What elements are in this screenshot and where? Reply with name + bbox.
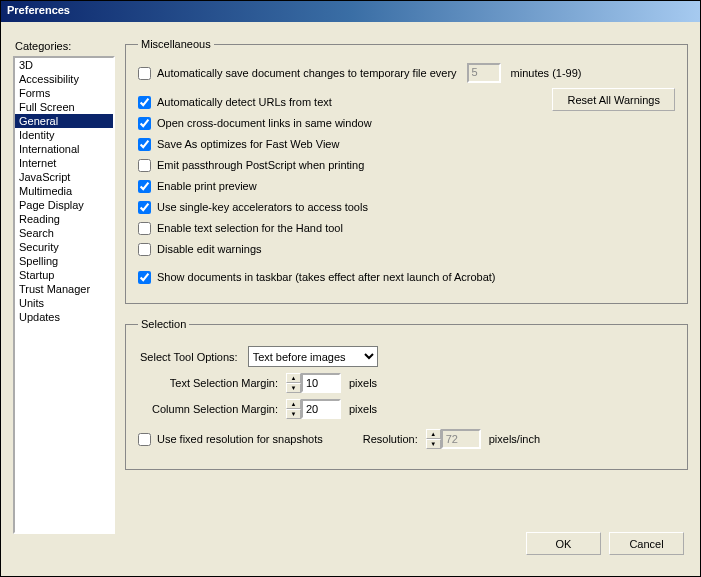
selection-group: Selection Select Tool Options: Text befo…: [125, 318, 688, 470]
autosave-label: Automatically save document changes to t…: [157, 67, 457, 79]
misc-option-row: Show documents in taskbar (takes effect …: [138, 268, 675, 286]
column-margin-spinner[interactable]: ▲ ▼: [286, 399, 341, 419]
miscellaneous-group: Miscellaneous Automatically save documen…: [125, 38, 688, 304]
misc-option-label: Enable text selection for the Hand tool: [157, 222, 343, 234]
spinner-down-icon[interactable]: ▼: [286, 409, 301, 419]
pixels-label: pixels: [349, 403, 377, 415]
misc-option-label: Disable edit warnings: [157, 243, 262, 255]
column-margin-label: Column Selection Margin:: [138, 403, 278, 415]
select-tool-dropdown[interactable]: Text before images: [248, 346, 378, 367]
category-item[interactable]: Startup: [15, 268, 113, 282]
autosave-checkbox[interactable]: [138, 67, 151, 80]
misc-option-row: Disable edit warnings: [138, 240, 675, 258]
resolution-spinner: ▲ ▼: [426, 429, 481, 449]
fixed-resolution-label: Use fixed resolution for snapshots: [157, 433, 323, 445]
misc-option-checkbox[interactable]: [138, 222, 151, 235]
misc-option-row: Save As optimizes for Fast Web View: [138, 135, 675, 153]
autosave-unit: minutes (1-99): [511, 67, 582, 79]
misc-option-checkbox[interactable]: [138, 96, 151, 109]
content: Categories: 3DAccessibilityFormsFull Scr…: [1, 22, 700, 532]
text-margin-spinner[interactable]: ▲ ▼: [286, 373, 341, 393]
category-item[interactable]: Full Screen: [15, 100, 113, 114]
text-margin-label: Text Selection Margin:: [138, 377, 278, 389]
category-item[interactable]: Reading: [15, 212, 113, 226]
text-margin-input[interactable]: [301, 373, 341, 393]
category-item[interactable]: Updates: [15, 310, 113, 324]
misc-option-label: Show documents in taskbar (takes effect …: [157, 271, 496, 283]
misc-option-checkbox[interactable]: [138, 180, 151, 193]
category-item[interactable]: Multimedia: [15, 184, 113, 198]
misc-option-label: Emit passthrough PostScript when printin…: [157, 159, 364, 171]
category-item[interactable]: General: [15, 114, 113, 128]
category-item[interactable]: Spelling: [15, 254, 113, 268]
miscellaneous-legend: Miscellaneous: [138, 38, 214, 50]
column-margin-input[interactable]: [301, 399, 341, 419]
category-item[interactable]: Units: [15, 296, 113, 310]
autosave-value: 5: [467, 63, 501, 83]
misc-option-row: Emit passthrough PostScript when printin…: [138, 156, 675, 174]
misc-option-row: Enable print preview: [138, 177, 675, 195]
spinner-up-icon[interactable]: ▲: [286, 373, 301, 383]
autosave-row: Automatically save document changes to t…: [138, 63, 675, 83]
misc-option-checkbox[interactable]: [138, 271, 151, 284]
category-item[interactable]: Search: [15, 226, 113, 240]
spinner-down-icon: ▼: [426, 439, 441, 449]
category-item[interactable]: 3D: [15, 58, 113, 72]
misc-option-label: Save As optimizes for Fast Web View: [157, 138, 339, 150]
dialog-footer: OK Cancel: [1, 532, 700, 569]
categories-label: Categories:: [15, 40, 115, 52]
misc-option-checkbox[interactable]: [138, 159, 151, 172]
cancel-button[interactable]: Cancel: [609, 532, 684, 555]
categories-listbox[interactable]: 3DAccessibilityFormsFull ScreenGeneralId…: [13, 56, 115, 534]
misc-option-label: Open cross-document links in same window: [157, 117, 372, 129]
misc-option-label: Use single-key accelerators to access to…: [157, 201, 368, 213]
resolution-label: Resolution:: [363, 433, 418, 445]
misc-option-checkbox[interactable]: [138, 117, 151, 130]
category-item[interactable]: Identity: [15, 128, 113, 142]
pixels-label: pixels: [349, 377, 377, 389]
settings-panel: Miscellaneous Automatically save documen…: [125, 30, 688, 532]
resolution-input: [441, 429, 481, 449]
category-item[interactable]: Security: [15, 240, 113, 254]
misc-option-checkbox[interactable]: [138, 243, 151, 256]
misc-option-row: Open cross-document links in same window: [138, 114, 675, 132]
misc-option-label: Enable print preview: [157, 180, 257, 192]
ok-button[interactable]: OK: [526, 532, 601, 555]
titlebar: Preferences: [1, 1, 700, 22]
window-title: Preferences: [7, 4, 70, 16]
select-tool-label: Select Tool Options:: [140, 351, 238, 363]
misc-option-checkbox[interactable]: [138, 201, 151, 214]
category-item[interactable]: JavaScript: [15, 170, 113, 184]
spinner-down-icon[interactable]: ▼: [286, 383, 301, 393]
spinner-up-icon[interactable]: ▲: [286, 399, 301, 409]
category-item[interactable]: Internet: [15, 156, 113, 170]
categories-panel: Categories: 3DAccessibilityFormsFull Scr…: [13, 30, 115, 532]
category-item[interactable]: International: [15, 142, 113, 156]
category-item[interactable]: Trust Manager: [15, 282, 113, 296]
misc-option-row: Use single-key accelerators to access to…: [138, 198, 675, 216]
misc-option-checkbox[interactable]: [138, 138, 151, 151]
category-item[interactable]: Page Display: [15, 198, 113, 212]
category-item[interactable]: Forms: [15, 86, 113, 100]
misc-option-row: Enable text selection for the Hand tool: [138, 219, 675, 237]
spinner-up-icon: ▲: [426, 429, 441, 439]
reset-warnings-button[interactable]: Reset All Warnings: [552, 88, 675, 111]
category-item[interactable]: Accessibility: [15, 72, 113, 86]
fixed-resolution-checkbox[interactable]: [138, 433, 151, 446]
resolution-unit: pixels/inch: [489, 433, 540, 445]
selection-legend: Selection: [138, 318, 189, 330]
misc-option-label: Automatically detect URLs from text: [157, 96, 332, 108]
